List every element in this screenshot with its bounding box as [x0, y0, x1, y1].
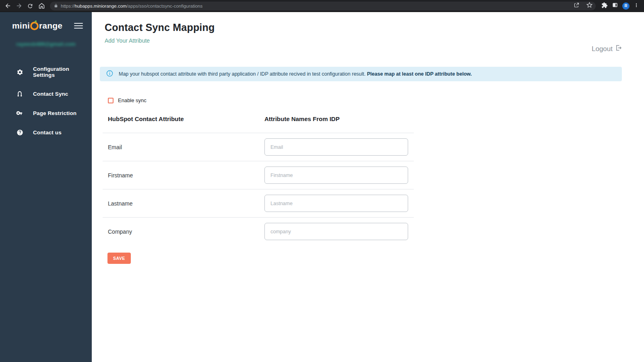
menu-dots-icon[interactable]: [634, 2, 639, 10]
hamburger-menu-icon[interactable]: [74, 21, 83, 30]
column-header-hubspot: HubSpot Contact Attribute: [108, 115, 264, 122]
idp-attribute-input-company[interactable]: [264, 223, 408, 240]
sidebar-item-label: Page Restriction: [33, 110, 76, 116]
attribute-label: Lastname: [108, 200, 264, 207]
enable-sync-row: Enable sync: [108, 97, 644, 103]
column-header-idp: Attribute Names From IDP: [264, 115, 340, 122]
key-icon: [16, 109, 23, 117]
attribute-label: Firstname: [108, 172, 264, 179]
enable-sync-label: Enable sync: [118, 97, 147, 103]
save-button[interactable]: SAVE: [107, 253, 131, 264]
sidebar-item-contact-sync[interactable]: Contact Sync: [0, 84, 92, 103]
side-panel-icon[interactable]: [612, 2, 618, 10]
logout-button[interactable]: Logout: [592, 44, 622, 53]
info-banner: Map your hubspot contact attribute with …: [100, 67, 622, 81]
attribute-label: Company: [108, 228, 264, 235]
bookmark-star-icon[interactable]: [586, 2, 592, 10]
contact-sync-icon: [16, 90, 23, 97]
sidebar-item-label: Contact us: [33, 130, 62, 136]
banner-text: Map your hubspot contact attribute with …: [119, 71, 472, 77]
logout-icon: [615, 44, 622, 53]
page-title: Contact Sync Mapping: [92, 12, 644, 33]
idp-attribute-input-lastname[interactable]: [264, 195, 408, 212]
table-row-company: Company: [103, 217, 414, 245]
user-email-blurred: rayeesb489@gmail.com: [0, 41, 92, 47]
table-row-firstname: Firstname: [103, 161, 414, 189]
extensions-icon[interactable]: [601, 2, 608, 10]
url-text: https://hubapps.miniorange.com/apps/sso/…: [61, 4, 202, 8]
browser-chrome: https://hubapps.miniorange.com/apps/sso/…: [0, 0, 644, 12]
gear-icon: [16, 68, 23, 76]
back-icon[interactable]: [3, 2, 12, 10]
idp-attribute-input-email[interactable]: [264, 138, 408, 156]
share-icon[interactable]: [574, 2, 580, 10]
help-icon: [16, 129, 23, 136]
idp-attribute-input-firstname[interactable]: [264, 167, 408, 184]
profile-avatar[interactable]: R: [622, 2, 630, 10]
table-row-lastname: Lastname: [103, 189, 414, 217]
add-your-attribute-link[interactable]: Add Your Attribute: [105, 37, 150, 44]
sidebar-item-configuration-settings[interactable]: Configuration Settings: [0, 60, 92, 84]
address-bar[interactable]: https://hubapps.miniorange.com/apps/sso/…: [50, 2, 596, 10]
main-content: Contact Sync Mapping Add Your Attribute …: [92, 12, 644, 362]
attribute-mapping-table: HubSpot Contact Attribute Attribute Name…: [103, 115, 414, 245]
lock-icon: [54, 2, 58, 10]
sidebar-item-label: Configuration Settings: [33, 66, 84, 78]
info-icon: [106, 70, 113, 78]
attribute-label: Email: [108, 144, 264, 150]
logo-o-lock-icon: [30, 22, 39, 30]
miniorange-logo: minirange: [12, 21, 62, 31]
table-row-email: Email: [103, 133, 414, 161]
sidebar: minirange rayeesb489@gmail.com Configura…: [0, 12, 92, 362]
sidebar-item-page-restriction[interactable]: Page Restriction: [0, 103, 92, 123]
sidebar-item-label: Contact Sync: [33, 91, 68, 97]
enable-sync-checkbox[interactable]: [108, 98, 114, 103]
sidebar-item-contact-us[interactable]: Contact us: [0, 123, 92, 142]
forward-icon[interactable]: [14, 2, 23, 10]
refresh-icon[interactable]: [26, 2, 35, 10]
logout-label: Logout: [592, 45, 613, 53]
home-icon[interactable]: [37, 2, 46, 10]
